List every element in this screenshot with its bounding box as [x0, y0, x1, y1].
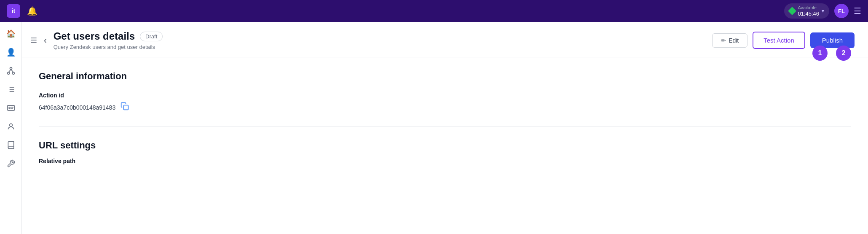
sidebar-item-tools[interactable] [3, 155, 19, 172]
section-divider [39, 126, 851, 126]
pencil-icon: ✏ [721, 37, 726, 44]
url-settings-title: URL settings [39, 140, 851, 151]
title-section: Get users details Draft Query Zendesk us… [54, 30, 163, 50]
action-id-field: Action id 64f06a3a7c0b000148a91483 [39, 92, 851, 113]
menu-toggle-icon[interactable]: ☰ [30, 36, 37, 45]
svg-rect-16 [124, 105, 129, 110]
svg-point-1 [7, 72, 9, 74]
draft-badge: Draft [140, 32, 163, 41]
svg-point-2 [12, 72, 14, 74]
page-subtitle: Query Zendesk users and get user details [54, 44, 163, 50]
availability-diamond-icon [788, 7, 796, 15]
page-title: Get users details [54, 30, 135, 42]
sidebar-item-contacts[interactable]: 👤 [3, 44, 19, 61]
sidebar-item-relationships[interactable] [3, 62, 19, 79]
content-area: General information Action id 64f06a3a7c… [22, 57, 868, 181]
header-left: ☰ ‹ Get users details Draft Query Zendes… [30, 30, 163, 50]
chevron-down-icon: ▾ [822, 8, 824, 14]
topbar-right: Available 01:45:46 ▾ FL ☰ [784, 3, 861, 19]
svg-rect-11 [7, 105, 14, 110]
sidebar-item-lists[interactable] [3, 81, 19, 98]
avatar[interactable]: FL [834, 4, 849, 18]
svg-line-3 [8, 70, 11, 73]
sidebar-item-knowledge[interactable] [3, 137, 19, 153]
svg-line-4 [11, 70, 13, 73]
topbar-left: it 🔔 [7, 4, 38, 18]
main-wrapper: ☰ ‹ Get users details Draft Query Zendes… [22, 22, 868, 234]
action-id-label: Action id [39, 92, 851, 99]
hamburger-icon[interactable]: ☰ [854, 6, 861, 16]
svg-point-15 [9, 124, 12, 126]
sidebar-item-id-cards[interactable] [3, 100, 19, 116]
back-button[interactable]: ‹ [42, 34, 48, 47]
copy-icon[interactable] [121, 102, 129, 113]
availability-badge[interactable]: Available 01:45:46 ▾ [784, 3, 829, 19]
svg-point-0 [10, 67, 12, 70]
svg-point-12 [9, 107, 10, 108]
step-2-indicator[interactable]: 2 [836, 46, 851, 61]
topbar: it 🔔 Available 01:45:46 ▾ FL ☰ [0, 0, 868, 22]
sidebar-item-agents[interactable] [3, 118, 19, 135]
title-row: Get users details Draft [54, 30, 163, 42]
edit-button[interactable]: ✏ Edit [712, 33, 747, 48]
step-1-indicator[interactable]: 1 [812, 46, 828, 61]
action-id-value-row: 64f06a3a7c0b000148a91483 [39, 102, 851, 113]
sidebar: 🏠 👤 [0, 22, 22, 234]
availability-label: Available [798, 5, 819, 11]
bell-icon[interactable]: 🔔 [27, 6, 38, 16]
action-id-value: 64f06a3a7c0b000148a91483 [39, 104, 115, 111]
availability-time: 01:45:46 [798, 11, 819, 17]
logo[interactable]: it [7, 4, 20, 18]
test-action-button[interactable]: Test Action [753, 32, 805, 49]
sidebar-item-home[interactable]: 🏠 [3, 25, 19, 42]
content-relative: 1 2 General information Action id 64f06a… [22, 57, 868, 181]
general-information-title: General information [39, 71, 851, 82]
page-header: ☰ ‹ Get users details Draft Query Zendes… [22, 22, 868, 57]
relative-path-label: Relative path [39, 158, 851, 164]
step-indicators: 1 2 [812, 46, 851, 61]
